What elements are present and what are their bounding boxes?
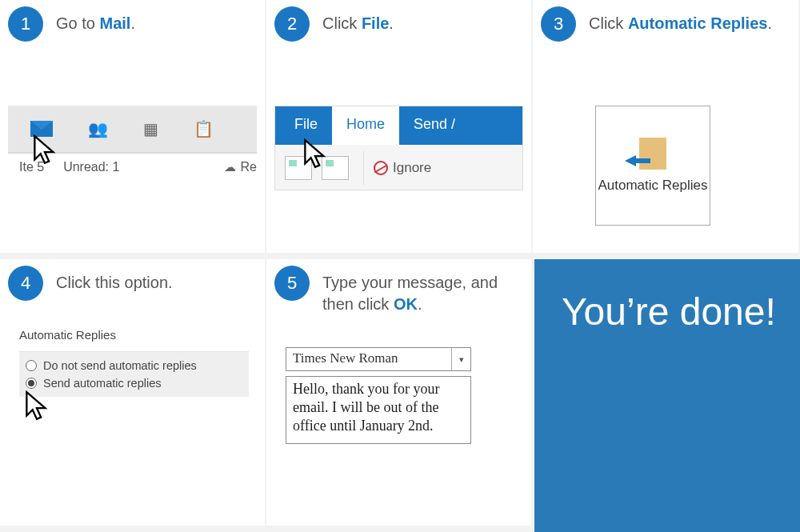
automatic-replies-button[interactable]: Automatic Replies [595, 106, 710, 226]
step-1-pre: Go to [56, 14, 99, 32]
step-3-post: . [767, 14, 772, 32]
font-name: Times New Roman [286, 348, 451, 370]
step-2-post: . [389, 14, 394, 32]
tab-send-receive[interactable]: Send / [399, 106, 470, 145]
ignore-label: Ignore [393, 160, 431, 176]
step-badge-3: 3 [541, 6, 576, 42]
people-icon[interactable]: 👥 [88, 119, 108, 138]
automatic-replies-label: Automatic Replies [598, 178, 707, 194]
step-1-screenshot: 👥 ▦ 📋 Ite 5 Unread: 1 ☁Re [8, 106, 257, 186]
calendar-icon[interactable]: ▦ [143, 119, 158, 138]
ribbon-separator [363, 151, 364, 185]
step-3-pre: Click [589, 14, 628, 32]
chevron-down-icon[interactable]: ▾ [451, 348, 470, 370]
step-badge-1: 1 [8, 6, 43, 42]
mail-icon[interactable] [30, 121, 53, 137]
ribbon-body: Ignore [275, 145, 522, 190]
message-textarea[interactable]: Hello, thank you for your email. I will … [286, 376, 471, 444]
step-1-instruction: Go to Mail. [56, 6, 135, 34]
step-badge-2: 2 [274, 6, 310, 42]
dialog-title: Automatic Replies [19, 328, 249, 342]
done-text: You’re done! [562, 290, 776, 335]
step-2-instruction: Click File. [322, 6, 394, 34]
step-5-instruction: Type your message, and then click OK. [322, 266, 523, 315]
step-3-keyword: Automatic Replies [628, 14, 767, 32]
tab-home[interactable]: Home [332, 106, 399, 145]
step-badge-5: 5 [274, 266, 310, 301]
outlook-nav-icons: 👥 ▦ 📋 [8, 106, 257, 152]
done-card: You’re done! [534, 259, 800, 532]
step-4-instruction: Click this option. [56, 266, 173, 294]
step-2-screenshot: File Home Send / Ignore [274, 106, 523, 190]
step-3-instruction: Click Automatic Replies. [589, 6, 772, 34]
step-1-keyword: Mail [99, 14, 130, 32]
step-1-post: . [130, 14, 135, 32]
status-bar: Ite 5 Unread: 1 ☁Re [8, 152, 257, 181]
step-5-card: 5 Type your message, and then click OK. … [266, 259, 531, 526]
radio-do-not-send[interactable]: Do not send automatic replies [26, 357, 242, 374]
ignore-button[interactable]: Ignore [374, 160, 431, 176]
new-items-button[interactable] [322, 156, 349, 180]
step-5-post: . [418, 295, 422, 313]
tab-file[interactable]: File [275, 106, 332, 145]
step-5-screenshot: Times New Roman ▾ Hello, thank you for y… [286, 347, 491, 444]
radio-send[interactable]: Send automatic replies [26, 374, 242, 392]
step-2-keyword: File [362, 14, 389, 32]
step-4-card: 4 Click this option. Automatic Replies D… [0, 259, 265, 526]
radio-icon [26, 360, 37, 371]
status-unread: Unread: 1 [63, 160, 119, 174]
step-1-card: 1 Go to Mail. 👥 ▦ 📋 Ite 5 Unread: 1 ☁Re [0, 0, 265, 253]
status-re: Re [241, 160, 257, 174]
radio-do-not-send-label: Do not send automatic replies [43, 359, 197, 372]
step-5-keyword: OK [394, 295, 418, 313]
automatic-replies-icon [639, 138, 666, 170]
step-2-pre: Click [322, 14, 362, 32]
step-4-screenshot: Automatic Replies Do not send automatic … [19, 328, 249, 397]
ignore-icon [374, 161, 388, 175]
status-items: Ite 5 [19, 160, 44, 174]
step-3-card: 3 Click Automatic Replies. Automatic Rep… [533, 0, 798, 253]
step-badge-4: 4 [8, 266, 43, 301]
radio-send-label: Send automatic replies [43, 377, 162, 390]
radio-icon-selected [26, 378, 37, 389]
tasks-icon[interactable]: 📋 [194, 119, 214, 138]
font-select[interactable]: Times New Roman ▾ [286, 347, 471, 371]
ribbon-tabs: File Home Send / [275, 106, 522, 145]
step-2-card: 2 Click File. File Home Send / Ignore [266, 0, 531, 253]
new-email-button[interactable] [285, 156, 312, 180]
radio-group: Do not send automatic replies Send autom… [19, 351, 249, 397]
bell-icon: ☁ [224, 160, 236, 174]
